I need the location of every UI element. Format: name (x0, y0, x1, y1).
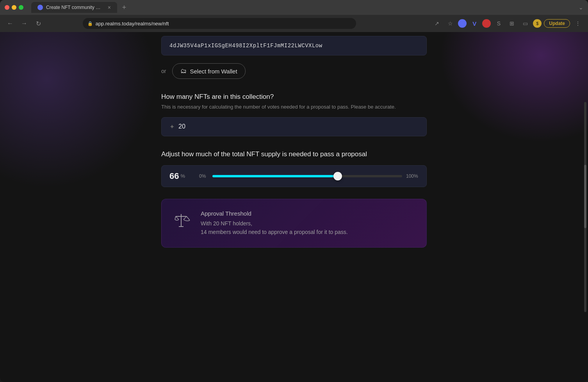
slider-section: Adjust how much of the total NFT supply … (161, 150, 427, 187)
slider-thumb[interactable] (333, 172, 342, 180)
or-row: or 🗂 Select from Wallet (161, 63, 427, 79)
bg-orb-right (432, 32, 588, 149)
approval-card: Approval Threshold With 20 NFT holders, … (161, 199, 427, 248)
svg-line-2 (175, 216, 176, 220)
close-window-button[interactable] (5, 5, 9, 10)
slider-container: 0% 100% (199, 173, 419, 179)
share-icon[interactable]: ↗ (431, 18, 442, 29)
browser-frame: Create NFT community DAO | × + ⌄ ← → ↻ 🔒… (0, 0, 588, 382)
slider-max-label: 100% (406, 173, 419, 179)
bookmark-icon[interactable]: ☆ (445, 18, 456, 29)
slider-track[interactable] (212, 175, 402, 177)
extensions-icon[interactable]: ⊞ (506, 18, 517, 29)
approval-text: Approval Threshold With 20 NFT holders, … (201, 210, 348, 237)
sidebar-icon[interactable]: ▭ (520, 18, 531, 29)
wallet-icon: 🗂 (180, 68, 187, 75)
tab-bar: Create NFT community DAO | × + (31, 2, 576, 13)
nft-section-description: This is necessary for calculating the nu… (161, 103, 427, 111)
active-tab[interactable]: Create NFT community DAO | × (31, 2, 117, 13)
nft-section-title: How many NFTs are in this collection? (161, 93, 427, 101)
forward-button[interactable]: → (19, 18, 30, 29)
slider-percent-symbol: % (180, 173, 185, 179)
address-bar[interactable]: 🔒 app.realms.today/realms/new/nft (83, 18, 356, 29)
nft-count-icon: ✦ (169, 123, 175, 130)
tab-title: Create NFT community DAO | (46, 5, 103, 10)
scales-icon (171, 210, 191, 230)
toolbar-icons: ↗ ☆ V S ⊞ ▭ $ Update ⋮ (431, 18, 583, 29)
page-content: 4dJW35V4aP1xIGSgEH498I2XpltF1FJmMI22LWCV… (0, 32, 588, 382)
url-text: app.realms.today/realms/new/nft (95, 21, 169, 27)
extension2-icon[interactable]: S (493, 18, 504, 29)
reload-button[interactable]: ↻ (33, 18, 44, 29)
scrollbar-thumb[interactable] (584, 165, 586, 228)
bg-orb-left (0, 32, 156, 188)
wallet-button-label: Select from Wallet (190, 68, 237, 75)
slider-value-box: 66 % (169, 171, 193, 181)
approval-body-line1: With 20 NFT holders, (201, 220, 252, 227)
content-wrapper: 4dJW35V4aP1xIGSgEH498I2XpltF1FJmMI22LWCV… (146, 32, 442, 255)
back-button[interactable]: ← (5, 18, 16, 29)
approval-title: Approval Threshold (201, 210, 348, 217)
approval-body-line2: 14 members would need to approve a propo… (201, 229, 348, 235)
new-tab-button[interactable]: + (119, 2, 130, 13)
traffic-lights (5, 5, 23, 10)
toolbar: ← → ↻ 🔒 app.realms.today/realms/new/nft … (0, 15, 588, 32)
svg-line-5 (187, 216, 190, 220)
slider-min-label: 0% (199, 173, 208, 179)
approval-section: Approval Threshold With 20 NFT holders, … (161, 199, 427, 248)
select-from-wallet-button[interactable]: 🗂 Select from Wallet (172, 63, 245, 79)
slider-row: 66 % 0% 100% (161, 165, 427, 187)
nft-count-input[interactable]: ✦ 20 (161, 117, 427, 136)
more-options-icon[interactable]: ⋮ (572, 18, 583, 29)
minimize-window-button[interactable] (12, 5, 16, 10)
v-extension-icon[interactable]: V (469, 18, 480, 29)
svg-line-4 (184, 216, 187, 220)
window-controls-icon: ⌄ (579, 4, 583, 11)
tab-favicon-icon (37, 5, 43, 10)
svg-line-3 (176, 216, 179, 220)
title-bar: Create NFT community DAO | × + ⌄ (0, 0, 588, 15)
nft-count-value: 20 (178, 123, 185, 130)
address-section: 4dJW35V4aP1xIGSgEH498I2XpltF1FJmMI22LWCV… (161, 32, 427, 79)
update-button[interactable]: Update (544, 19, 570, 28)
address-display: 4dJW35V4aP1xIGSgEH498I2XpltF1FJmMI22LWCV… (161, 36, 427, 55)
tab-close-icon[interactable]: × (108, 4, 111, 11)
slider-number-value: 66 (169, 171, 179, 181)
profile-icon[interactable]: $ (533, 19, 542, 28)
approval-body: With 20 NFT holders, 14 members would ne… (201, 219, 348, 237)
nft-collection-section: How many NFTs are in this collection? Th… (161, 93, 427, 136)
or-label: or (161, 68, 166, 74)
scales-svg (172, 211, 191, 230)
lock-icon: 🔒 (87, 21, 93, 26)
realms-extension-icon[interactable] (458, 19, 467, 28)
extension1-icon[interactable] (482, 19, 491, 28)
maximize-window-button[interactable] (19, 5, 23, 10)
slider-fill (212, 175, 338, 177)
scrollbar-track[interactable] (584, 102, 586, 312)
slider-label: Adjust how much of the total NFT supply … (161, 150, 427, 158)
